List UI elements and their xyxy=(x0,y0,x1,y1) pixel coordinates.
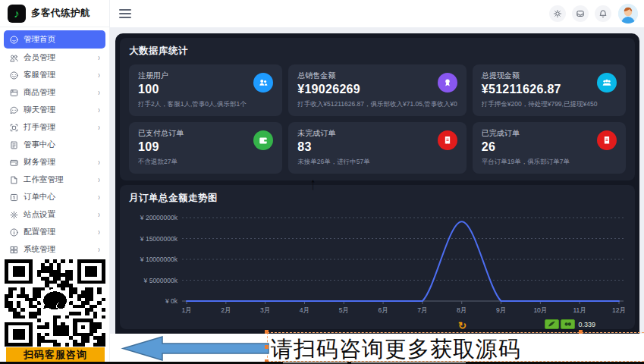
stat-value: 83 xyxy=(297,140,457,154)
svg-text:8月: 8月 xyxy=(457,306,467,314)
chevron-right-icon: › xyxy=(98,122,100,133)
stat-card: 已完成订单26平台订单19单，俱乐部订单7单 xyxy=(473,122,626,174)
stat-subtext: 打手收入¥51211626.87，俱乐部收入¥71.05,管事收入¥0 xyxy=(297,100,457,109)
up-arrow-annotation: ↑ xyxy=(311,174,316,194)
medal-icon xyxy=(438,73,457,93)
line-chart-svg: ¥ 0k¥ 5000000k¥ 10000000k¥ 15000000k¥ 20… xyxy=(129,212,636,319)
callout-text: 请扫码咨询更多获取源码 xyxy=(271,334,521,364)
sidebar-item-label: 会员管理 xyxy=(24,52,93,63)
chevron-right-icon: › xyxy=(98,192,100,202)
app-window: ♪ 多客代练护航 管理首页会员管理›客服管理›商品管理›聊天管理›打手管理›管事… xyxy=(0,0,644,364)
selection-handle[interactable] xyxy=(265,345,269,349)
topbar xyxy=(110,0,644,27)
svg-text:¥ 15000000k: ¥ 15000000k xyxy=(140,235,178,243)
sidebar-item-label: 聊天管理 xyxy=(24,105,93,115)
svg-text:¥ 0k: ¥ 0k xyxy=(165,297,178,305)
system-icon xyxy=(9,245,19,255)
sidebar-item-label: 站点设置 xyxy=(24,209,93,220)
stat-value: ¥51211626.87 xyxy=(482,83,617,96)
stat-subtext: 平台订单19单，俱乐部订单7单 xyxy=(482,158,617,167)
avatar[interactable] xyxy=(618,4,638,24)
svg-text:2月: 2月 xyxy=(221,306,231,314)
svg-text:1月: 1月 xyxy=(181,306,191,314)
sidebar-item-site-settings[interactable]: 站点设置› xyxy=(4,206,105,223)
sidebar-item-config[interactable]: 配置管理› xyxy=(4,224,105,240)
brand: ♪ 多客代练护航 xyxy=(0,0,109,27)
chevron-right-icon: › xyxy=(98,157,100,168)
stat-value: 26 xyxy=(482,140,617,154)
selection-handle[interactable] xyxy=(265,330,269,334)
team-icon xyxy=(597,73,617,93)
sidebar-item-orders[interactable]: 订单中心› xyxy=(4,189,105,206)
qr-code xyxy=(5,259,105,347)
sidebar-item-label: 配置管理 xyxy=(24,227,93,237)
stat-card: 总销售金额¥19026269打手收入¥51211626.87，俱乐部收入¥71.… xyxy=(288,64,467,116)
config-icon xyxy=(9,228,19,237)
extension-badge-icon xyxy=(561,319,575,329)
sidebar-item-label: 客服管理 xyxy=(24,70,93,80)
stat-value: ¥19026269 xyxy=(297,83,457,96)
sidebar-item-support[interactable]: 客服管理› xyxy=(4,67,105,83)
orders-icon xyxy=(9,193,19,202)
chevron-right-icon: › xyxy=(98,52,100,63)
svg-text:7月: 7月 xyxy=(417,306,427,314)
svg-text:¥ 20000000k: ¥ 20000000k xyxy=(140,214,178,221)
theme-icon[interactable] xyxy=(549,5,566,22)
rotate-handle-icon[interactable]: ↻ xyxy=(458,320,467,331)
sidebar-item-label: 管事中心 xyxy=(24,140,100,150)
members-icon xyxy=(9,53,19,63)
extension-badge-icon xyxy=(545,319,559,329)
brand-name: 多客代练护航 xyxy=(31,7,90,20)
booster-icon xyxy=(9,123,19,133)
stat-label: 已完成订单 xyxy=(482,128,617,139)
svg-text:3月: 3月 xyxy=(260,306,270,314)
sidebar-item-members[interactable]: 会员管理› xyxy=(4,49,105,66)
chevron-right-icon: › xyxy=(98,105,100,115)
qr-caption: 扫码客服咨询 xyxy=(6,347,105,362)
main-content: 大数据库统计 注册用户100打手2人，客服1人,管事0人,俱乐部1个总销售金额¥… xyxy=(110,27,644,364)
line-chart: ¥ 0k¥ 5000000k¥ 10000000k¥ 15000000k¥ 20… xyxy=(129,212,626,322)
goods-icon xyxy=(9,88,19,98)
chevron-right-icon: › xyxy=(98,209,100,220)
svg-text:5月: 5月 xyxy=(339,306,349,314)
stat-card: 总提现金额¥51211626.87打手押金¥200，待处理¥799,已提现¥45… xyxy=(473,64,626,116)
sidebar-item-home[interactable]: 管理首页 xyxy=(4,30,105,49)
hamburger-icon[interactable] xyxy=(119,9,131,18)
selection-handle[interactable] xyxy=(579,330,583,334)
chart-panel: 月订单总金额走势图 ¥ 0k¥ 5000000k¥ 10000000k¥ 150… xyxy=(120,185,635,329)
sidebar-item-goods[interactable]: 商品管理› xyxy=(4,84,105,101)
sidebar-item-label: 系统管理 xyxy=(24,244,93,255)
bell-icon[interactable] xyxy=(595,5,611,22)
sidebar-item-label: 打手管理 xyxy=(24,122,93,133)
sidebar-item-studio[interactable]: 工作室管理› xyxy=(4,171,105,188)
stat-label: 总提现金额 xyxy=(482,71,617,81)
svg-text:4月: 4月 xyxy=(300,306,309,314)
chevron-right-icon: › xyxy=(98,174,100,185)
left-arrow-annotation[interactable] xyxy=(114,335,270,362)
steward-icon xyxy=(9,140,19,150)
chevron-right-icon: › xyxy=(98,87,100,98)
sidebar-item-system[interactable]: 系统管理› xyxy=(4,241,105,258)
brand-logo-icon: ♪ xyxy=(8,5,26,23)
svg-text:12月: 12月 xyxy=(612,306,626,314)
stat-subtext: 打手押金¥200，待处理¥799,已提现¥450 xyxy=(482,100,617,109)
sidebar-item-chat[interactable]: 聊天管理› xyxy=(4,102,105,118)
sidebar-item-finance[interactable]: 财务管理› xyxy=(4,154,105,171)
chevron-right-icon: › xyxy=(98,70,100,80)
sidebar-menu: 管理首页会员管理›客服管理›商品管理›聊天管理›打手管理›管事中心财务管理›工作… xyxy=(0,27,109,258)
sidebar: ♪ 多客代练护航 管理首页会员管理›客服管理›商品管理›聊天管理›打手管理›管事… xyxy=(0,0,110,364)
support-icon xyxy=(9,71,19,80)
svg-text:¥ 10000000k: ¥ 10000000k xyxy=(140,256,178,263)
inbox-icon[interactable] xyxy=(572,5,589,22)
studio-icon xyxy=(9,175,19,185)
stat-label: 未完成订单 xyxy=(297,128,457,139)
sidebar-item-label: 商品管理 xyxy=(24,87,93,98)
sidebar-item-booster[interactable]: 打手管理› xyxy=(4,119,105,136)
dashboard: 大数据库统计 注册用户100打手2人，客服1人,管事0人,俱乐部1个总销售金额¥… xyxy=(115,33,639,364)
chevron-right-icon: › xyxy=(98,244,100,255)
bill-icon xyxy=(597,130,617,150)
svg-text:6月: 6月 xyxy=(378,306,388,314)
stat-subtext: 未接单26单，进行中57单 xyxy=(297,158,457,167)
finance-icon xyxy=(9,158,19,168)
sidebar-item-steward[interactable]: 管事中心 xyxy=(4,136,105,153)
